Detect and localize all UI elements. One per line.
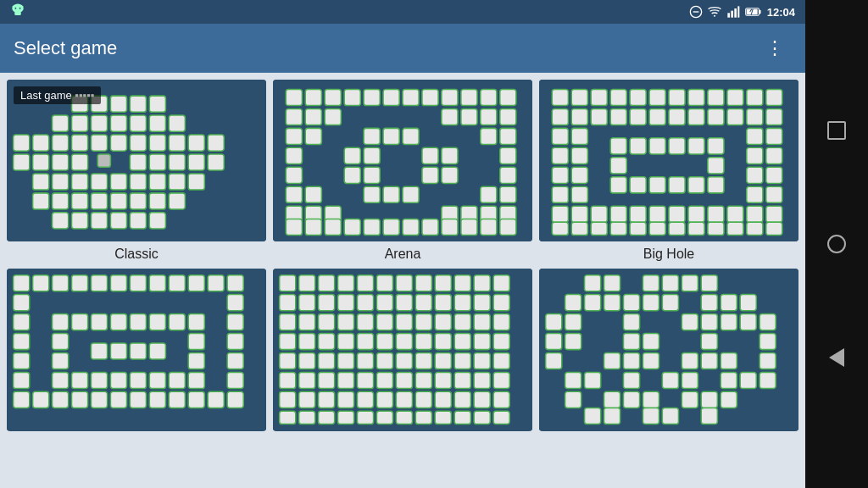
svg-rect-337 xyxy=(474,353,490,369)
more-options-button[interactable]: ⋮ xyxy=(759,34,792,63)
svg-rect-400 xyxy=(565,334,581,350)
game-item-bighole[interactable]: Big Hole xyxy=(539,80,798,262)
svg-rect-141 xyxy=(552,89,568,105)
svg-rect-429 xyxy=(604,408,620,424)
svg-rect-184 xyxy=(708,158,724,174)
svg-rect-93 xyxy=(481,108,497,125)
svg-rect-216 xyxy=(727,222,743,235)
svg-rect-274 xyxy=(91,343,107,359)
svg-rect-171 xyxy=(610,138,626,154)
svg-rect-328 xyxy=(299,353,315,369)
svg-rect-220 xyxy=(14,275,30,291)
svg-rect-372 xyxy=(454,412,470,424)
last-game-badge: Last game ▪▪▪▪▪ xyxy=(14,86,101,104)
svg-rect-192 xyxy=(571,186,587,202)
svg-rect-49 xyxy=(53,174,69,190)
game-item-scattered[interactable] xyxy=(539,269,798,435)
game-grid-container: Last game ▪▪▪▪▪ xyxy=(0,73,805,488)
svg-rect-135 xyxy=(422,219,438,235)
svg-rect-175 xyxy=(688,138,704,154)
svg-rect-68 xyxy=(110,213,126,229)
svg-rect-246 xyxy=(169,392,185,408)
svg-rect-51 xyxy=(91,174,107,190)
svg-rect-340 xyxy=(299,373,315,389)
svg-rect-361 xyxy=(474,392,490,408)
svg-rect-296 xyxy=(376,295,392,311)
svg-rect-411 xyxy=(721,353,737,369)
svg-rect-42 xyxy=(72,154,88,170)
svg-rect-397 xyxy=(740,314,756,330)
svg-rect-313 xyxy=(474,314,490,330)
svg-rect-46 xyxy=(188,154,204,170)
game-item-arena[interactable]: Arena xyxy=(273,80,532,262)
svg-rect-213 xyxy=(669,222,685,235)
svg-rect-233 xyxy=(227,314,243,330)
svg-rect-386 xyxy=(643,295,659,311)
svg-rect-114 xyxy=(286,186,302,202)
svg-rect-318 xyxy=(338,334,354,350)
svg-rect-408 xyxy=(643,353,659,369)
nav-recents-button[interactable] xyxy=(820,114,854,147)
svg-rect-298 xyxy=(415,295,431,311)
svg-rect-117 xyxy=(383,186,399,202)
svg-rect-39 xyxy=(188,135,204,151)
svg-rect-430 xyxy=(643,408,659,424)
svg-rect-422 xyxy=(604,392,620,408)
svg-rect-369 xyxy=(396,412,412,424)
svg-rect-424 xyxy=(643,392,659,408)
game-item-classic[interactable]: Last game ▪▪▪▪▪ xyxy=(7,80,266,262)
svg-rect-330 xyxy=(338,353,354,369)
game-item-full[interactable] xyxy=(273,269,532,435)
svg-rect-264 xyxy=(188,373,204,389)
svg-rect-223 xyxy=(72,275,88,291)
android-logo xyxy=(10,3,25,21)
svg-rect-139 xyxy=(500,219,516,235)
svg-rect-115 xyxy=(305,186,321,202)
svg-rect-390 xyxy=(740,295,756,311)
svg-rect-333 xyxy=(396,353,412,369)
svg-rect-412 xyxy=(760,353,776,369)
svg-rect-308 xyxy=(376,314,392,330)
svg-rect-240 xyxy=(53,392,69,408)
svg-rect-98 xyxy=(383,128,399,144)
svg-rect-272 xyxy=(53,334,69,350)
svg-rect-106 xyxy=(442,147,458,164)
svg-rect-10 xyxy=(731,11,733,18)
svg-rect-343 xyxy=(357,373,373,389)
svg-rect-85 xyxy=(461,89,477,105)
svg-rect-418 xyxy=(721,373,737,389)
svg-rect-384 xyxy=(604,295,620,311)
nav-home-button[interactable] xyxy=(820,227,854,261)
game-label-classic: Classic xyxy=(114,247,159,262)
svg-rect-342 xyxy=(338,373,354,389)
svg-rect-349 xyxy=(474,373,490,389)
svg-rect-9 xyxy=(727,13,730,17)
svg-rect-395 xyxy=(701,314,717,330)
svg-rect-131 xyxy=(344,219,360,235)
svg-rect-186 xyxy=(766,147,782,164)
svg-rect-209 xyxy=(591,222,607,235)
svg-rect-316 xyxy=(299,334,315,350)
svg-rect-168 xyxy=(766,128,782,144)
svg-rect-363 xyxy=(280,412,296,424)
svg-rect-356 xyxy=(376,392,392,408)
svg-rect-334 xyxy=(415,353,431,369)
svg-rect-37 xyxy=(149,135,165,151)
svg-rect-332 xyxy=(376,353,392,369)
svg-rect-208 xyxy=(571,222,587,235)
svg-rect-392 xyxy=(565,314,581,330)
svg-rect-260 xyxy=(169,314,185,330)
svg-rect-97 xyxy=(364,128,380,144)
svg-rect-377 xyxy=(604,275,620,291)
svg-rect-62 xyxy=(130,193,146,209)
nav-back-button[interactable] xyxy=(820,341,854,374)
svg-rect-109 xyxy=(344,167,360,183)
svg-rect-311 xyxy=(435,314,451,330)
svg-rect-36 xyxy=(130,135,146,151)
svg-rect-293 xyxy=(319,295,335,311)
svg-rect-232 xyxy=(227,295,243,311)
svg-rect-44 xyxy=(149,154,165,170)
svg-rect-167 xyxy=(747,128,763,144)
game-item-spiral[interactable] xyxy=(7,269,266,435)
svg-rect-374 xyxy=(493,412,509,424)
